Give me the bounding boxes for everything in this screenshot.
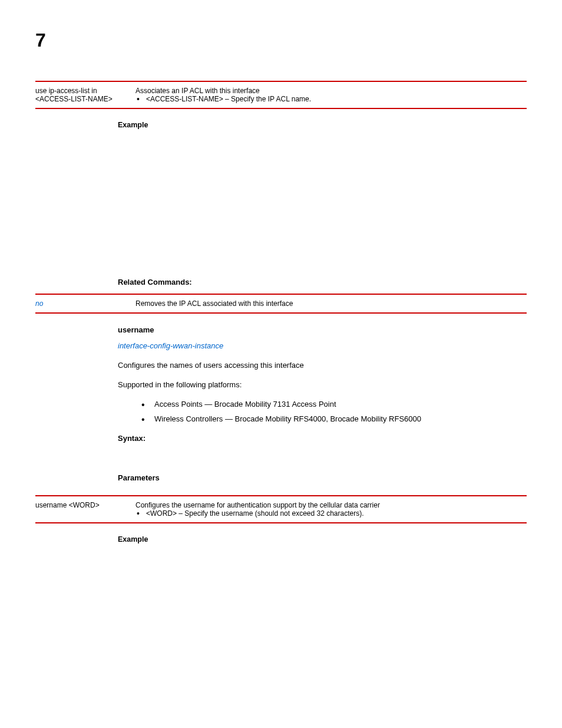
interface-link[interactable]: interface-config-wwan-instance (118, 341, 223, 350)
table-row: use ip-access-list in <ACCESS-LIST-NAME> (35, 81, 135, 108)
related-command-desc: Removes the IP ACL associated with this … (135, 294, 527, 313)
param-desc-line1: Associates an IP ACL with this interface (135, 87, 527, 95)
platform-item: Access Points — Brocade Mobility 7131 Ac… (141, 400, 527, 409)
username-heading: username (118, 325, 527, 334)
parameters-heading: Parameters (118, 473, 527, 482)
supported-platforms-label: Supported in the following platforms: (118, 380, 527, 389)
related-command-link[interactable]: no (35, 299, 43, 308)
platform-item: Wireless Controllers — Brocade Mobility … (141, 414, 527, 423)
table-row: username <WORD> (35, 496, 135, 523)
table-row: Configures the username for authenticati… (135, 496, 527, 523)
param-name: username <WORD> (35, 501, 135, 509)
param-desc-bullet: <ACCESS-LIST-NAME> – Specify the IP ACL … (135, 95, 527, 103)
username-description: Configures the names of users accessing … (118, 361, 527, 370)
parameter-table-1: use ip-access-list in <ACCESS-LIST-NAME>… (35, 81, 527, 109)
page-number: 7 (35, 29, 527, 51)
example-heading: Example (118, 121, 527, 129)
parameter-table-2: username <WORD> Configures the username … (35, 495, 527, 523)
param-desc-line1: Configures the username for authenticati… (135, 501, 527, 509)
syntax-heading: Syntax: (118, 434, 527, 443)
param-desc-bullet: <WORD> – Specify the username (should no… (135, 509, 527, 518)
example-heading: Example (118, 535, 527, 543)
param-name-line1: use ip-access-list in (35, 87, 135, 95)
param-name-line2: <ACCESS-LIST-NAME> (35, 95, 135, 103)
table-row: Associates an IP ACL with this interface… (135, 81, 527, 108)
related-commands-heading: Related Commands: (118, 278, 527, 286)
related-commands-table: no Removes the IP ACL associated with th… (35, 294, 527, 314)
